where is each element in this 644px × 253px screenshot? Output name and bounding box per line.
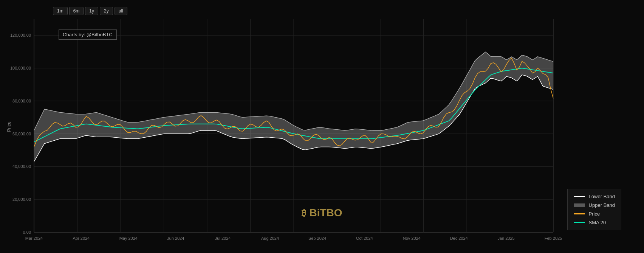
time-button-6m[interactable]: 6m [69, 7, 84, 15]
legend-item-price: Price [574, 211, 615, 217]
time-button-1m[interactable]: 1m [53, 7, 68, 15]
bitbo-icon: ₿ [302, 208, 306, 218]
chart-attribution: Charts by: @BitboBTC [59, 29, 117, 40]
time-button-all[interactable]: all [115, 7, 127, 15]
y-axis-label: Price [6, 121, 12, 132]
time-buttons: 1m 6m 1y 2y all [53, 7, 127, 15]
legend-label-lower-band: Lower Band [589, 194, 615, 199]
legend-line-sma [574, 222, 585, 223]
time-button-1y[interactable]: 1y [85, 7, 98, 15]
legend-item-upper-band: Upper Band [574, 202, 615, 208]
bitbo-watermark: ₿ BiTBO [302, 207, 342, 219]
chart-legend: Lower Band Upper Band Price SMA 20 [567, 189, 621, 230]
legend-label-sma: SMA 20 [589, 220, 606, 225]
chart-container: 1m 6m 1y 2y all Charts by: @BitboBTC Pri… [0, 0, 644, 253]
legend-item-sma: SMA 20 [574, 220, 615, 225]
legend-line-upper-band [574, 203, 585, 207]
bitbo-name: BiTBO [309, 207, 342, 219]
legend-line-lower-band [574, 196, 585, 197]
legend-item-lower-band: Lower Band [574, 194, 615, 199]
time-button-2y[interactable]: 2y [100, 7, 113, 15]
legend-label-upper-band: Upper Band [589, 202, 615, 208]
legend-line-price [574, 213, 585, 214]
legend-label-price: Price [589, 211, 600, 217]
